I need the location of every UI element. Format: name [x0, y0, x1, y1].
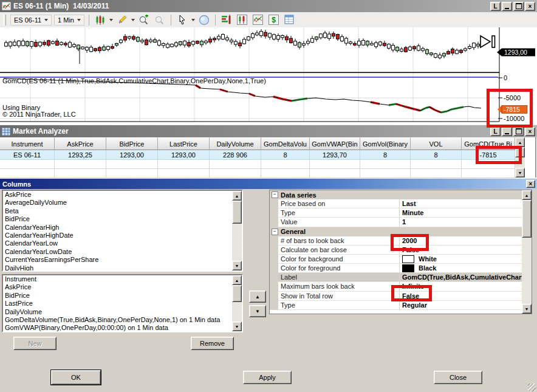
link-button[interactable]: L [490, 127, 501, 136]
account-dollar-button[interactable]: $ [267, 14, 281, 26]
property-row[interactable]: LabelGomCD(True,BidAsk,CumulativeChart [270, 273, 523, 282]
property-row[interactable]: Price based onLast [270, 199, 523, 208]
property-category[interactable]: −General [270, 227, 523, 236]
data-grid-button[interactable] [283, 14, 296, 26]
analyzer-column-header[interactable]: LastPrice [158, 137, 210, 150]
available-column-item[interactable]: CalendarYearHigh [3, 224, 242, 232]
selected-column-item[interactable]: DailyVolume [3, 308, 242, 316]
available-column-item[interactable]: DailyHigh [3, 264, 242, 272]
analyzer-column-header[interactable]: GomDeltaVolu [261, 137, 310, 150]
available-column-item[interactable]: Beta [3, 207, 242, 215]
ok-button[interactable]: OK [51, 370, 101, 385]
analyzer-data-row[interactable]: ES 06-111293,251293,001293,00228 9068129… [0, 150, 515, 160]
property-grid-scrollbar[interactable]: ▲ ▼ [522, 190, 532, 314]
close-button[interactable]: Close [434, 371, 482, 384]
property-value[interactable]: Black [400, 264, 523, 273]
chevron-down-icon[interactable] [191, 19, 195, 21]
selected-column-item[interactable]: GomVWAP(Binary,OnePerDay,00:00:00) on 1 … [3, 324, 242, 332]
scroll-down-button[interactable]: ▼ [522, 304, 532, 314]
scrollbar-thumb[interactable] [232, 285, 242, 302]
property-row[interactable]: TypeRegular [270, 301, 523, 310]
resize-grip[interactable] [528, 383, 536, 391]
maximize-button[interactable] [513, 127, 524, 136]
analyzer-column-header[interactable]: Instrument [0, 137, 55, 150]
scroll-up-button[interactable]: ▲ [515, 137, 525, 147]
drawing-tools-button[interactable] [115, 14, 129, 26]
property-row[interactable]: Show in Total rowFalse [270, 292, 523, 301]
collapse-icon[interactable]: − [272, 191, 278, 198]
property-grid[interactable]: −Data seriesPrice based onLastTypeMinute… [269, 190, 532, 314]
chart-trader-button[interactable] [236, 14, 249, 26]
close-button[interactable]: × [525, 2, 535, 11]
scroll-up-button[interactable]: ▲ [232, 191, 242, 201]
columns-dialog-titlebar[interactable]: Columns × [0, 179, 537, 189]
maximize-button[interactable] [513, 2, 524, 11]
analyzer-vscrollbar[interactable]: ▲ ▼ [515, 137, 525, 177]
property-row[interactable]: Color for backgroundWhite [270, 255, 523, 264]
collapse-icon[interactable]: − [272, 229, 278, 235]
analyzer-column-header[interactable]: DailyVolume [210, 137, 261, 150]
chart-style-button[interactable] [94, 14, 107, 26]
property-value[interactable]: GomCD(True,BidAsk,CumulativeChart [400, 273, 523, 282]
analyzer-column-header[interactable]: VOL [411, 137, 462, 150]
scroll-down-button[interactable]: ▼ [232, 261, 242, 270]
property-row[interactable]: Value1 [270, 218, 523, 227]
property-value[interactable]: Infinite [400, 282, 523, 291]
scroll-down-button[interactable]: ▼ [232, 322, 242, 331]
remove-button[interactable]: Remove [191, 337, 234, 350]
available-column-item[interactable]: AskPrice [3, 191, 242, 199]
market-depth-button[interactable] [220, 14, 233, 26]
property-value[interactable]: Regular [400, 301, 523, 310]
chevron-down-icon[interactable] [109, 19, 113, 21]
property-row[interactable]: TypeMinute [270, 208, 523, 218]
pointer-button[interactable] [176, 14, 189, 26]
available-column-item[interactable]: CalendarYearLow [3, 239, 242, 247]
scrollbar-thumb[interactable] [232, 201, 242, 224]
property-value[interactable]: 1 [400, 218, 523, 227]
analyzer-column-header[interactable]: AskPrice [55, 137, 106, 150]
property-value[interactable]: 2000 [400, 236, 523, 246]
selected-column-item[interactable]: GomDeltaVolume(True,BidAsk,Binary,OnePer… [3, 316, 242, 324]
minimize-button[interactable] [502, 2, 512, 11]
scroll-up-button[interactable]: ▲ [232, 275, 242, 285]
property-row[interactable]: # of bars to look back2000 [270, 236, 523, 246]
available-column-item[interactable]: CalendarYearLowDate [3, 248, 242, 256]
property-row[interactable]: Color for foregroundBlack [270, 264, 523, 273]
available-column-item[interactable]: BidPrice [3, 215, 242, 223]
scroll-up-button[interactable]: ▲ [522, 190, 532, 200]
move-down-button[interactable]: ▼ [249, 305, 266, 317]
move-up-button[interactable]: ▲ [249, 291, 266, 303]
selected-column-item[interactable]: BidPrice [3, 292, 242, 300]
close-button[interactable]: × [525, 127, 535, 136]
property-row[interactable]: Calculate on bar closeFalse [270, 246, 523, 255]
selected-list-scrollbar[interactable]: ▲ ▼ [232, 275, 242, 331]
instrument-selector[interactable]: ES 06-11 [10, 15, 52, 26]
minimize-button[interactable] [502, 127, 512, 136]
available-columns-list[interactable]: AskPriceAverageDailyVolumeBetaBidPriceCa… [2, 190, 243, 272]
dialog-close-button[interactable]: × [526, 180, 535, 188]
selected-column-item[interactable]: Instrument [3, 275, 242, 283]
property-value[interactable]: Minute [400, 208, 523, 218]
chevron-down-icon[interactable] [131, 19, 135, 21]
property-value[interactable]: False [400, 292, 523, 301]
zoom-in-button[interactable] [137, 14, 151, 26]
property-value[interactable]: White [400, 255, 523, 264]
property-value[interactable]: Last [400, 199, 523, 208]
available-column-item[interactable]: AverageDailyVolume [3, 199, 242, 207]
analyzer-column-header[interactable]: GomVol(Binary [360, 137, 411, 150]
analyzer-column-header[interactable]: GomCD(True,Bi [462, 137, 515, 150]
property-value[interactable]: False [400, 246, 523, 255]
region-highlight-button[interactable] [197, 14, 211, 26]
analyzer-column-header[interactable]: GomVWAP(Bin [310, 137, 360, 150]
available-column-item[interactable]: CurrentYearsEarningsPerShare [3, 256, 242, 264]
property-category[interactable]: −Data series [270, 190, 523, 199]
interval-selector[interactable]: 1 Min [54, 15, 84, 26]
mini-chart-button[interactable] [251, 14, 265, 26]
link-button[interactable]: L [490, 2, 501, 11]
market-analyzer-titlebar[interactable]: Market Analyzer L × [0, 125, 537, 137]
available-list-scrollbar[interactable]: ▲ ▼ [232, 191, 242, 270]
selected-column-item[interactable]: AskPrice [3, 283, 242, 291]
selected-columns-list[interactable]: InstrumentAskPriceBidPriceLastPriceDaily… [2, 274, 243, 332]
apply-button[interactable]: Apply [243, 371, 292, 384]
scrollbar-thumb[interactable] [522, 200, 532, 238]
